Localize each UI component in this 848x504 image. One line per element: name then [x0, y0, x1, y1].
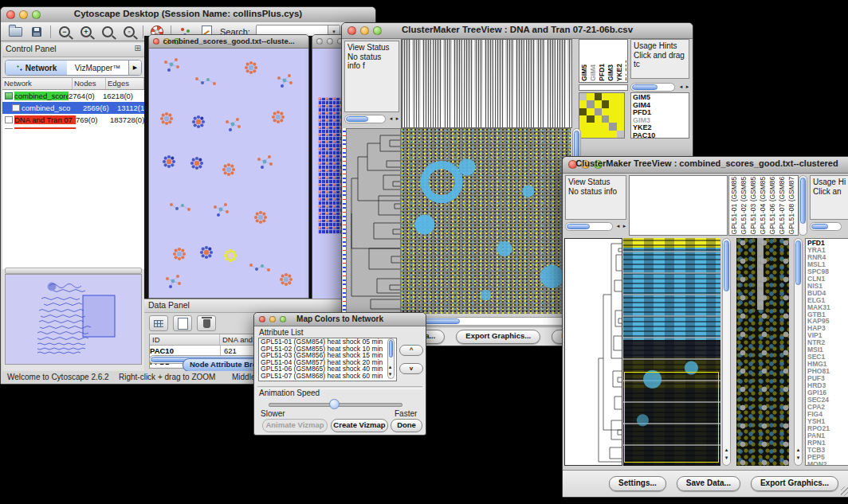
treeview-action-button[interactable]: Settings...	[609, 476, 666, 491]
scroll-down-icon[interactable]: ▾	[794, 455, 803, 461]
scrollbar-thumb[interactable]	[795, 240, 801, 285]
animation-speed-label: Animation Speed	[259, 389, 320, 397]
tv1-column-dendrogram[interactable]	[401, 39, 572, 128]
scrollbar-thumb[interactable]	[567, 224, 590, 229]
move-up-button[interactable]: ^	[399, 345, 423, 356]
dialog-title-bar[interactable]: Map Colors to Network	[254, 313, 426, 326]
column-label[interactable]: GIM3	[607, 64, 614, 81]
array-label[interactable]: GPL51-01 (GSM854	[730, 177, 738, 234]
tv1-hints-scrollbar[interactable]	[630, 83, 675, 92]
scrollbar-thumb[interactable]	[811, 224, 828, 229]
treeview2-window: ClusterMaker TreeView : combined_scores_…	[562, 156, 848, 498]
scrollbar-thumb[interactable]	[346, 116, 368, 122]
col-edges[interactable]: Edges	[106, 78, 144, 89]
treeview-action-button[interactable]: Export Graphics...	[456, 330, 540, 344]
scroll-down-icon[interactable]: ▾	[722, 455, 731, 461]
gene-label[interactable]: PAC10	[633, 132, 687, 139]
view-status-text: No status info	[568, 187, 623, 197]
delete-attribute-button[interactable]	[197, 315, 216, 331]
gene-similarity-matrix[interactable]	[579, 93, 624, 138]
tv2-status-scrollbar[interactable]	[565, 222, 613, 231]
col-nodes[interactable]: Nodes	[73, 78, 106, 89]
col-id[interactable]: ID	[150, 334, 220, 345]
column-label[interactable]: GIM4	[589, 64, 597, 81]
scrollbar-thumb[interactable]	[632, 84, 658, 90]
column-label[interactable]: PFD1	[598, 64, 606, 81]
network-table-row[interactable]: DNA and Tran 07 769(0) 183728(0)	[2, 114, 144, 126]
zoom-fit-button[interactable]	[100, 24, 116, 39]
zoom-fit-icon	[102, 26, 113, 37]
column-label[interactable]: PAC10	[624, 60, 626, 81]
float-panel-icon[interactable]: ⊞	[135, 44, 141, 53]
zoom-out-button[interactable]: −	[57, 24, 73, 39]
array-label[interactable]: GPL51-07 (GSM868	[778, 177, 786, 234]
scroll-up-icon[interactable]: ▴	[387, 364, 394, 370]
scroll-up-icon[interactable]: ▴	[722, 447, 731, 453]
overview-viewport-rect[interactable]	[83, 295, 115, 337]
gene-label[interactable]: MON2	[807, 461, 847, 466]
zoom-selected-button[interactable]: ▫	[121, 24, 137, 39]
tab-network[interactable]: Network	[6, 61, 67, 75]
tv2-heatmap[interactable]	[623, 238, 720, 466]
column-label[interactable]: GIM5	[580, 64, 588, 81]
tv1-gene-labels: GIM5GIM4PFD1GIM3YKE2PAC10	[633, 94, 687, 139]
column-label[interactable]: YKE2	[615, 64, 623, 81]
tv2-array-labels-scrollbar[interactable]	[799, 175, 807, 236]
scroll-right-icon[interactable]: ▸	[683, 84, 692, 90]
scroll-down-icon[interactable]: ▾	[387, 371, 394, 377]
network-table-row[interactable]: combined_sco 2569(6) 13112(15)	[2, 102, 144, 114]
create-vizmap-button[interactable]: Create Vizmap	[331, 419, 388, 432]
slider-thumb[interactable]	[329, 399, 340, 409]
tab-vizmapper[interactable]: VizMapper™	[67, 61, 128, 75]
scroll-right-icon[interactable]: ▸	[620, 223, 629, 229]
treeview-action-button[interactable]: Save Data...	[677, 476, 740, 491]
heatmap-selection-rect[interactable]	[624, 372, 719, 463]
move-down-button[interactable]: v	[399, 363, 423, 374]
treeview-action-button[interactable]: Export Graphics...	[751, 476, 838, 491]
scrollbar-thumb[interactable]	[724, 240, 729, 291]
attribute-listbox[interactable]: GPL51-01 (GSM854) heat shock 05 minGPL51…	[258, 338, 397, 381]
scrollbar-thumb[interactable]	[800, 178, 806, 224]
tv2-hints-scrollbar[interactable]	[810, 222, 842, 231]
overview-divider-handle[interactable]	[5, 268, 142, 274]
array-label[interactable]: GPL51-03 (GSM856	[749, 177, 757, 234]
animate-vizmap-button[interactable]: Animate Vizmap	[262, 419, 328, 432]
network-view-title-bar[interactable]: combined_scores_good.txt--cluste...	[149, 35, 308, 49]
tv2-detail-heatmap[interactable]	[736, 238, 789, 466]
treeview2-title-bar[interactable]: ClusterMaker TreeView : combined_scores_…	[563, 157, 848, 174]
array-label[interactable]: GPL51-04 (GSM857	[759, 177, 767, 234]
scrollbar-thumb[interactable]	[389, 340, 393, 357]
tv2-row-dendrogram[interactable]	[564, 238, 622, 466]
usage-hints-title: Usage Hints	[634, 41, 686, 51]
network-name: DNA and Tran 07	[14, 115, 76, 124]
minimize-button[interactable]	[327, 38, 333, 45]
array-label[interactable]: GPL51-08 (GSM872	[787, 177, 795, 234]
resize-grip[interactable]	[841, 486, 848, 496]
create-attribute-button[interactable]	[173, 315, 192, 331]
tv1-status-scrollbar[interactable]	[344, 115, 386, 123]
zoom-in-button[interactable]: +	[78, 24, 94, 39]
col-network[interactable]: Network	[2, 78, 73, 89]
network-canvas[interactable]	[149, 49, 307, 297]
tv2-vscrollbar[interactable]	[722, 238, 731, 466]
array-label[interactable]: GPL51-06 (GSM865	[768, 177, 776, 234]
main-title-bar[interactable]: Cytoscape Desktop (Session Name: collins…	[1, 7, 375, 23]
tab-overflow-button[interactable]: ▶	[128, 61, 141, 75]
network-view-window[interactable]: combined_scores_good.txt--cluste...	[148, 34, 309, 299]
treeview1-title-bar[interactable]: ClusterMaker TreeView : DNA and Tran 07-…	[342, 23, 693, 39]
select-attributes-button[interactable]	[149, 315, 168, 331]
save-session-button[interactable]	[29, 24, 45, 39]
scroll-up-icon[interactable]: ▴	[794, 447, 803, 453]
tv1-heatmap[interactable]	[401, 128, 571, 314]
close-button[interactable]	[316, 38, 323, 45]
tv2-detail-scrollbar[interactable]	[794, 238, 803, 466]
network-table-row[interactable]: combined_scores 2764(0) 16218(0)	[2, 90, 144, 102]
tv2-column-dendrogram-panel[interactable]	[629, 175, 728, 236]
open-session-button[interactable]	[7, 24, 23, 39]
array-label[interactable]: GPL51-02 (GSM855	[740, 177, 748, 234]
done-button[interactable]: Done	[391, 419, 422, 432]
zoom-out-icon: −	[59, 26, 70, 37]
network-overview-panel[interactable]	[5, 274, 142, 365]
tv1-row-dendrogram[interactable]	[346, 128, 401, 314]
attribute-list-item[interactable]: GPL51-07 (GSM868) heat shock 60 min	[259, 373, 396, 380]
